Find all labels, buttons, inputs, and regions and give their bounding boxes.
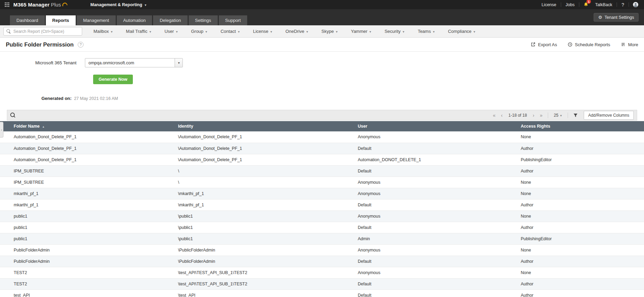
chevron-down-icon <box>270 29 272 34</box>
report-category-skype[interactable]: Skype <box>321 29 338 34</box>
table-row[interactable]: IPM_SUBTREE \ Anonymous None <box>0 177 644 188</box>
table-body: Automation_Donot_Delete_PF_1 \Automation… <box>0 131 644 297</box>
report-category-mail-traffic[interactable]: Mail Traffic <box>126 29 151 34</box>
category-label: Contact <box>220 29 236 34</box>
user-avatar-icon[interactable] <box>629 2 639 8</box>
column-header-folder-name[interactable]: Folder Name <box>0 121 164 131</box>
table-row[interactable]: public1 \public1 Admin PublishingEditor <box>0 233 644 244</box>
table-row[interactable]: TEST2 \test_API\TEST_API_SUB_1\TEST2 Def… <box>0 278 644 289</box>
report-category-license[interactable]: License <box>253 29 272 34</box>
schedule-icon <box>568 42 572 47</box>
table-row[interactable]: mkarthi_pf_1 \mkarthi_pf_1 Anonymous Non… <box>0 188 644 199</box>
folder-name-cell: TEST2 <box>0 278 164 289</box>
table-row[interactable]: test_API \test_API Default Author <box>0 289 644 297</box>
identity-cell: \PublicFolderAdmin <box>164 256 344 267</box>
folder-name-cell: public1 <box>0 233 164 244</box>
table-row[interactable]: PublicFolderAdmin \PublicFolderAdmin Ano… <box>0 244 644 256</box>
report-category-contact[interactable]: Contact <box>220 29 240 34</box>
app-logo: M365 Manager Plus <box>13 2 68 8</box>
generated-on-label: Generated on: <box>41 96 72 101</box>
category-label: Skype <box>321 29 334 34</box>
tab-dashboard[interactable]: Dashboard <box>10 15 45 25</box>
chevron-down-icon <box>560 113 562 118</box>
report-category-bar: Mailbox Mail Traffic User Group Contact <box>0 25 644 38</box>
next-page-button[interactable] <box>531 113 536 118</box>
table-row[interactable]: IPM_SUBTREE \ Default Author <box>0 165 644 177</box>
prev-page-button[interactable] <box>499 113 505 118</box>
category-label: Teams <box>418 29 431 34</box>
schedule-reports-button[interactable]: Schedule Reports <box>568 42 610 47</box>
table-row[interactable]: public1 \public1 Anonymous None <box>0 210 644 222</box>
tab-automation[interactable]: Automation <box>117 15 152 25</box>
page-size-value: 25 <box>554 113 558 118</box>
page-size-select[interactable]: 25 <box>551 113 565 118</box>
jobs-link[interactable]: Jobs <box>561 2 579 7</box>
chevron-down-icon <box>238 29 240 34</box>
search-report-input[interactable] <box>13 29 79 34</box>
notifications-button[interactable]: 1 <box>579 2 591 7</box>
column-header-identity[interactable]: Identity <box>164 121 344 131</box>
help-icon[interactable] <box>617 2 629 8</box>
first-page-button[interactable] <box>491 113 498 118</box>
generate-now-button[interactable]: Generate Now <box>93 75 133 84</box>
report-panel-toggle[interactable] <box>0 122 3 138</box>
category-label: License <box>253 29 268 34</box>
report-category-yammer[interactable]: Yammer <box>351 29 371 34</box>
table-row[interactable]: mkarthi_pf_1 \mkarthi_pf_1 Default Autho… <box>0 199 644 210</box>
tab-label: Management <box>83 18 109 23</box>
tenant-select[interactable]: ompqa.onmicrosoft.com <box>85 58 183 67</box>
report-category-mailbox[interactable]: Mailbox <box>93 29 113 34</box>
tab-label: Settings <box>195 18 211 23</box>
table-row[interactable]: Automation_Donot_Delete_PF_1 \Automation… <box>0 154 644 165</box>
filter-icon[interactable] <box>571 113 580 117</box>
category-label: Security <box>384 29 401 34</box>
table-row[interactable]: Automation_Donot_Delete_PF_1 \Automation… <box>0 131 644 143</box>
user-cell: Admin <box>344 233 507 244</box>
chevron-down-icon <box>336 29 338 34</box>
column-header-user[interactable]: User <box>344 121 507 131</box>
table-row[interactable]: TEST2 \test_API\TEST_API_SUB_1\TEST2 Ano… <box>0 267 644 278</box>
context-selector[interactable]: Management & Reporting <box>90 2 146 7</box>
license-link[interactable]: License <box>537 2 561 7</box>
last-page-button[interactable] <box>538 113 545 118</box>
report-category-security[interactable]: Security <box>384 29 404 34</box>
access-rights-cell: None <box>507 267 644 278</box>
column-header-access-rights[interactable]: Access Rights <box>507 121 644 131</box>
search-icon <box>7 29 11 34</box>
talkback-link[interactable]: TalkBack <box>591 2 617 7</box>
more-label: More <box>628 42 638 47</box>
report-category-group[interactable]: Group <box>191 29 207 34</box>
apps-grid-icon[interactable] <box>5 2 9 7</box>
report-category-compliance[interactable]: Compliance <box>448 29 475 34</box>
identity-cell: \test_API\TEST_API_SUB_1\TEST2 <box>164 278 344 289</box>
identity-cell: \public1 <box>164 222 344 233</box>
logo-swoosh-icon <box>62 2 68 8</box>
folder-name-cell: IPM_SUBTREE <box>0 177 164 188</box>
report-category-user[interactable]: User <box>164 29 177 34</box>
divider <box>548 113 548 118</box>
export-as-button[interactable]: Export As <box>531 42 557 47</box>
report-help-icon[interactable] <box>78 42 84 48</box>
folder-name-cell: Automation_Donot_Delete_PF_1 <box>0 143 164 154</box>
tab-delegation[interactable]: Delegation <box>153 15 187 25</box>
access-rights-cell: Author <box>507 289 644 297</box>
tenant-settings-button[interactable]: Tenant Settings <box>594 13 639 22</box>
table-row[interactable]: PublicFolderAdmin \PublicFolderAdmin Def… <box>0 256 644 267</box>
table-search-icon[interactable] <box>10 113 15 118</box>
add-remove-columns-button[interactable]: Add/Remove Columns <box>584 111 634 120</box>
tab-management[interactable]: Management <box>77 15 116 25</box>
report-search[interactable] <box>3 27 82 36</box>
tab-reports[interactable]: Reports <box>46 15 76 25</box>
more-button[interactable]: More <box>621 42 638 47</box>
report-category-teams[interactable]: Teams <box>418 29 434 34</box>
chevron-down-icon <box>205 29 207 34</box>
user-cell: Anonymous <box>344 188 507 199</box>
table-row[interactable]: Automation_Donot_Delete_PF_1 \Automation… <box>0 143 644 154</box>
report-category-onedrive[interactable]: OneDrive <box>286 29 308 34</box>
identity-cell: \ <box>164 165 344 177</box>
access-rights-cell: Author <box>507 165 644 177</box>
table-row[interactable]: public1 \public1 Default Author <box>0 222 644 233</box>
folder-name-cell: public1 <box>0 210 164 222</box>
tab-support[interactable]: Support <box>219 15 248 25</box>
tab-settings[interactable]: Settings <box>189 15 218 25</box>
